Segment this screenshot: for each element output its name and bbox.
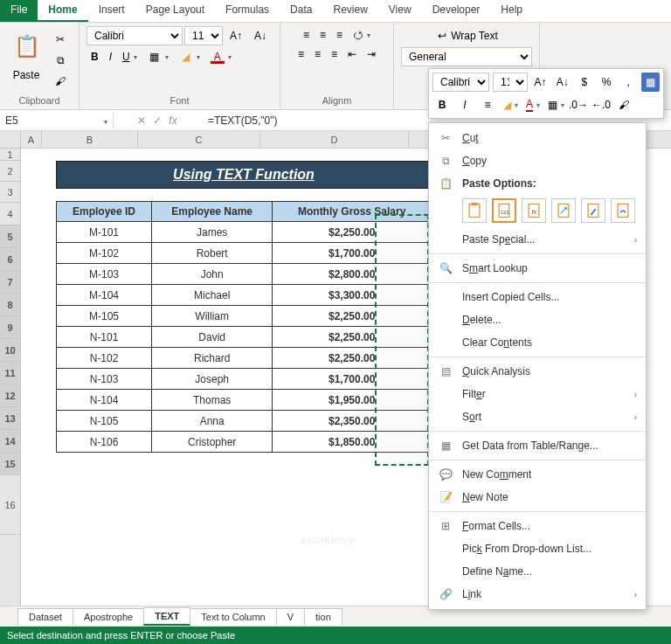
cell-id[interactable]: M-102 [57, 243, 152, 264]
row-header-2[interactable]: 2 [0, 161, 20, 182]
mini-format-table[interactable]: ▦ [641, 73, 660, 92]
copy-button[interactable]: ⧉ [49, 51, 72, 70]
name-box[interactable]: E5 [0, 113, 114, 128]
ctx-pick-from-list[interactable]: Pick From Drop-down List... [429, 537, 646, 560]
mini-italic[interactable]: I [455, 95, 474, 114]
paste-opt-values[interactable]: 123 [492, 198, 516, 223]
ctx-format-cells[interactable]: ⊞Format Cells... [429, 515, 646, 537]
tab-view[interactable]: View [378, 0, 422, 22]
row-header-15[interactable]: 15 [0, 453, 20, 475]
tab-review[interactable]: Review [322, 0, 377, 22]
cancel-formula-icon[interactable]: ✕ [137, 114, 146, 127]
row-header-14[interactable]: 14 [0, 430, 20, 453]
mini-dec-decimal[interactable]: ←.0 [591, 95, 611, 114]
format-painter-button[interactable]: 🖌 [49, 72, 72, 91]
sheet-tab-text-to-column[interactable]: Text to Column [190, 608, 276, 625]
row-header-8[interactable]: 8 [0, 294, 20, 316]
cell-id[interactable]: N-102 [57, 348, 152, 369]
cell-name[interactable]: Thomas [152, 390, 273, 411]
cell-id[interactable]: M-104 [57, 285, 152, 306]
cell-id[interactable]: N-105 [57, 411, 152, 432]
row-header-13[interactable]: 13 [0, 407, 20, 430]
mini-font-color[interactable]: A [523, 95, 543, 114]
ctx-copy[interactable]: ⧉Copy [429, 149, 646, 172]
ctx-link[interactable]: 🔗Link› [429, 583, 646, 606]
row-header-4[interactable]: 4 [0, 203, 20, 225]
ctx-insert-copied[interactable]: Insert Copied Cells... [429, 286, 646, 308]
mini-font-select[interactable]: Calibri [432, 73, 489, 92]
cut-button[interactable]: ✂ [49, 30, 72, 49]
tab-formulas[interactable]: Formulas [215, 0, 280, 22]
indent-decrease-button[interactable]: ⇤ [343, 45, 361, 63]
tab-data[interactable]: Data [280, 0, 322, 22]
mini-inc-decimal[interactable]: .0→ [569, 95, 588, 114]
ctx-new-comment[interactable]: 💬New Comment [429, 463, 646, 486]
cell-name[interactable]: William [152, 306, 273, 327]
borders-button[interactable]: ▦ [143, 47, 173, 66]
font-name-select[interactable]: Calibri [86, 26, 183, 45]
italic-button[interactable]: I [105, 48, 116, 66]
paste-opt-formulas[interactable]: fx [522, 198, 546, 223]
cell-id[interactable]: N-101 [57, 327, 152, 348]
paste-opt-transpose[interactable] [551, 198, 576, 223]
mini-shrink-font[interactable]: A↓ [553, 73, 571, 92]
ctx-cut[interactable]: ✂Cut [429, 127, 646, 149]
cell-id[interactable]: N-104 [57, 390, 152, 411]
align-middle-button[interactable]: ≡ [315, 26, 330, 44]
orientation-button[interactable]: ⭯ [349, 26, 375, 44]
fx-icon[interactable]: fx [169, 114, 176, 127]
cell-id[interactable]: M-105 [57, 306, 152, 327]
row-header-11[interactable]: 11 [0, 362, 20, 384]
col-header-A[interactable]: A [21, 131, 42, 148]
ctx-new-note[interactable]: 📝New Note [429, 486, 646, 509]
align-center-button[interactable]: ≡ [310, 45, 325, 63]
mini-grow-font[interactable]: A↑ [531, 73, 550, 92]
mini-align-center[interactable]: ≡ [478, 95, 497, 114]
sheet-tab-text[interactable]: TEXT [143, 607, 190, 626]
wrap-text-button[interactable]: ↩Wrap Text [431, 26, 502, 45]
cell-name[interactable]: Michael [152, 285, 273, 306]
tab-file[interactable]: File [0, 0, 38, 22]
mini-comma[interactable]: , [619, 73, 638, 92]
row-header-16[interactable]: 16 [0, 475, 20, 535]
select-all-corner[interactable] [0, 131, 20, 149]
tab-home[interactable]: Home [38, 0, 87, 22]
sheet-tab-v[interactable]: V [276, 608, 305, 625]
ctx-get-data[interactable]: ▦Get Data from Table/Range... [429, 434, 646, 457]
ctx-filter[interactable]: Filter› [429, 383, 646, 405]
tab-help[interactable]: Help [490, 0, 533, 22]
cell-name[interactable]: David [152, 327, 273, 348]
number-format-select[interactable]: General [401, 47, 532, 66]
align-top-button[interactable]: ≡ [299, 26, 314, 44]
ctx-sort[interactable]: Sort› [429, 405, 646, 428]
row-header-6[interactable]: 6 [0, 248, 20, 271]
increase-font-button[interactable]: A↑ [225, 26, 247, 45]
paste-opt-default[interactable] [462, 198, 487, 223]
tab-page-layout[interactable]: Page Layout [135, 0, 215, 22]
col-header-D[interactable]: D [260, 131, 409, 148]
ctx-smart-lookup[interactable]: 🔍Smart Lookup [429, 257, 646, 280]
cell-id[interactable]: M-103 [57, 264, 152, 285]
mini-bold[interactable]: B [432, 95, 452, 114]
row-header-5[interactable]: 5 [0, 225, 20, 248]
mini-percent[interactable]: % [598, 73, 616, 92]
mini-borders[interactable]: ▦ [546, 95, 565, 114]
indent-increase-button[interactable]: ⇥ [363, 45, 380, 63]
ctx-clear-contents[interactable]: Clear Contents [429, 331, 646, 354]
col-header-C[interactable]: C [138, 131, 260, 148]
ctx-delete[interactable]: Delete... [429, 308, 646, 331]
mini-fill-color[interactable]: ◢ [501, 95, 520, 114]
col-header-B[interactable]: B [42, 131, 138, 148]
align-right-button[interactable]: ≡ [327, 45, 342, 63]
sheet-tab-dataset[interactable]: Dataset [17, 608, 73, 625]
align-bottom-button[interactable]: ≡ [332, 26, 347, 44]
decrease-font-button[interactable]: A↓ [249, 26, 272, 45]
font-size-select[interactable]: 11 [184, 26, 223, 45]
enter-formula-icon[interactable]: ✓ [153, 114, 162, 127]
cell-id[interactable]: N-103 [57, 369, 152, 390]
tab-developer[interactable]: Developer [422, 0, 491, 22]
align-left-button[interactable]: ≡ [294, 45, 308, 63]
row-header-9[interactable]: 9 [0, 316, 20, 339]
ctx-define-name[interactable]: Define Name... [429, 560, 646, 583]
cell-id[interactable]: N-106 [57, 432, 152, 453]
